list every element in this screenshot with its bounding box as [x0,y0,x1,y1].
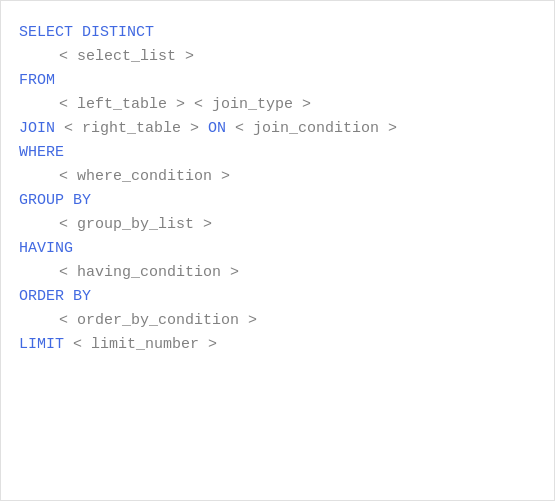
placeholder-left-table: < left_table > < join_type > [59,93,311,117]
line-select-distinct: SELECT DISTINCT [19,21,536,45]
placeholder-order-by-condition: < order_by_condition > [59,309,257,333]
line-join: JOIN < right_table > ON < join_condition… [19,117,536,141]
line-select-list: < select_list > [19,45,536,69]
line-having: HAVING [19,237,536,261]
keyword-order-by: ORDER BY [19,285,91,309]
line-where-condition: < where_condition > [19,165,536,189]
keyword-from: FROM [19,69,55,93]
line-limit: LIMIT < limit_number > [19,333,536,357]
placeholder-join-condition: < join_condition > [226,117,397,141]
line-having-condition: < having_condition > [19,261,536,285]
placeholder-group-by-list: < group_by_list > [59,213,212,237]
line-where: WHERE [19,141,536,165]
keyword-select-distinct: SELECT DISTINCT [19,21,154,45]
keyword-join: JOIN [19,117,55,141]
line-order-by-condition: < order_by_condition > [19,309,536,333]
line-group-by: GROUP BY [19,189,536,213]
code-block: SELECT DISTINCT < select_list > FROM < l… [0,0,555,501]
keyword-having: HAVING [19,237,73,261]
line-left-table: < left_table > < join_type > [19,93,536,117]
keyword-where: WHERE [19,141,64,165]
line-from: FROM [19,69,536,93]
keyword-limit: LIMIT [19,333,64,357]
line-order-by: ORDER BY [19,285,536,309]
line-group-by-list: < group_by_list > [19,213,536,237]
placeholder-select-list: < select_list > [59,45,194,69]
placeholder-right-table: < right_table > [55,117,208,141]
keyword-group-by: GROUP BY [19,189,91,213]
placeholder-limit-number: < limit_number > [64,333,217,357]
placeholder-having-condition: < having_condition > [59,261,239,285]
keyword-on: ON [208,117,226,141]
placeholder-where-condition: < where_condition > [59,165,230,189]
